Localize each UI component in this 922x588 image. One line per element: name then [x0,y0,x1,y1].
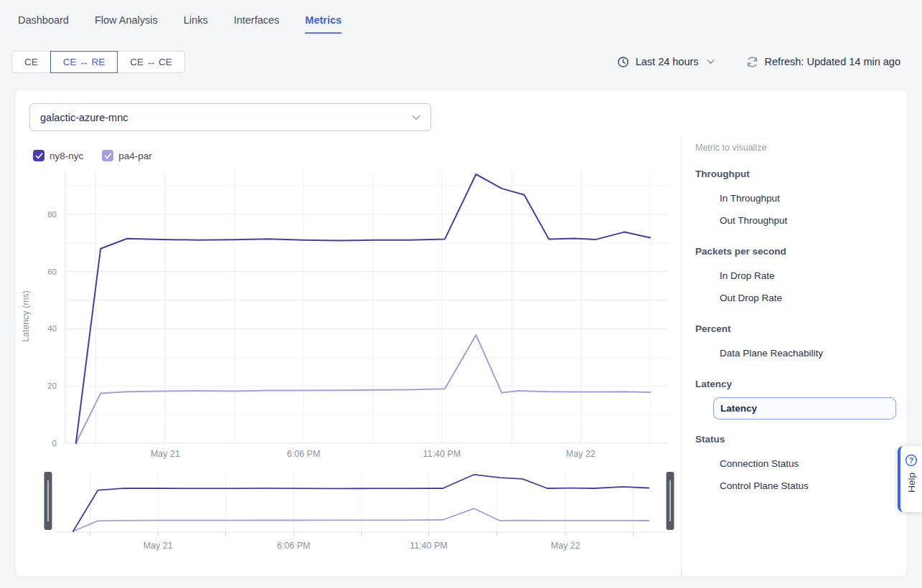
metric-option-control-plane-status[interactable]: Control Plane Status [695,475,911,497]
svg-text:40: 40 [47,324,57,333]
metric-group-heading-packets-per-second: Packets per second [695,246,911,257]
metric-option-out-throughput[interactable]: Out Throughput [695,209,911,232]
svg-text:May 22: May 22 [566,449,596,459]
metric-group-heading-latency: Latency [695,379,911,390]
legend-label: ny8-nyc [50,151,83,161]
controls-row: CECE ↔ RECE ↔ CE Last 24 hours Refresh: … [11,50,900,73]
help-label: Help [906,473,917,493]
metric-option-in-throughput[interactable]: In Throughput [695,187,911,209]
latency-line-chart: 020406080May 216:06 PM11:40 PMMay 22 [15,167,682,468]
checkbox-icon [102,150,113,161]
svg-text:6:06 PM: 6:06 PM [287,449,321,459]
brush-handle-left[interactable] [44,472,52,530]
sidebar-title: Metric to visualize [695,143,911,154]
refresh-button[interactable]: Refresh: Updated 14 min ago [746,56,900,68]
nav-item-dashboard[interactable]: Dashboard [18,14,69,34]
nav-item-metrics[interactable]: Metrics [305,14,342,34]
timeline-brush-chart[interactable]: May 216:06 PM11:40 PMMay 22 [15,468,682,558]
svg-text:11:40 PM: 11:40 PM [410,541,448,551]
view-tab-ce-re[interactable]: CE ↔ RE [50,51,118,73]
metric-option-latency[interactable]: Latency [713,397,896,419]
top-navigation: DashboardFlow AnalysisLinksInterfacesMet… [0,0,922,34]
svg-text:May 21: May 21 [151,449,180,459]
legend-checkbox-pa4-par[interactable]: pa4-par [102,150,152,161]
legend-label: pa4-par [118,151,152,161]
metric-option-out-drop-rate[interactable]: Out Drop Rate [695,287,911,309]
chart-area: ny8-nycpa4-par Latency (ms) 020406080May… [15,90,681,578]
series-legend: ny8-nycpa4-par [33,150,152,161]
svg-text:60: 60 [47,267,57,276]
nav-item-interfaces[interactable]: Interfaces [234,14,280,34]
metric-group-heading-throughput: Throughput [695,169,911,180]
refresh-label: Refresh: Updated 14 min ago [765,56,900,67]
right-controls: Last 24 hours Refresh: Updated 14 min ag… [617,56,900,68]
nav-item-links[interactable]: Links [184,14,208,34]
help-button[interactable]: ? Help [898,446,922,512]
svg-text:?: ? [909,457,913,465]
metric-group-heading-status: Status [695,434,911,445]
clock-icon [617,56,629,68]
time-range-dropdown[interactable]: Last 24 hours [617,56,715,68]
svg-text:6:06 PM: 6:06 PM [277,541,311,551]
svg-text:0: 0 [52,439,57,447]
view-tab-ce[interactable]: CE [11,51,51,73]
svg-text:May 22: May 22 [551,541,580,551]
brush-handle-right[interactable] [667,472,674,530]
metrics-card: galactic-azure-mnc ny8-nycpa4-par Latenc… [14,89,908,577]
help-circle-icon: ? [905,454,918,467]
metric-group-heading-percent: Percent [695,323,911,335]
svg-text:20: 20 [47,381,57,390]
checkbox-icon [33,150,44,161]
svg-text:80: 80 [47,210,57,219]
time-range-label: Last 24 hours [636,56,699,67]
svg-text:11:40 PM: 11:40 PM [423,449,461,459]
chevron-down-icon [707,59,715,65]
metric-option-in-drop-rate[interactable]: In Drop Rate [695,265,911,287]
metric-sidebar: Metric to visualize ThroughputIn Through… [695,143,911,497]
svg-text:May 21: May 21 [144,541,173,551]
metric-option-data-plane-reachability[interactable]: Data Plane Reachability [695,342,911,364]
view-tab-group: CECE ↔ RECE ↔ CE [11,51,185,73]
refresh-icon [746,56,758,68]
legend-checkbox-ny8-nyc[interactable]: ny8-nyc [33,150,83,161]
nav-item-flow-analysis[interactable]: Flow Analysis [95,14,158,34]
view-tab-ce-ce[interactable]: CE ↔ CE [117,51,185,73]
metric-option-connection-status[interactable]: Connection Status [695,452,911,475]
